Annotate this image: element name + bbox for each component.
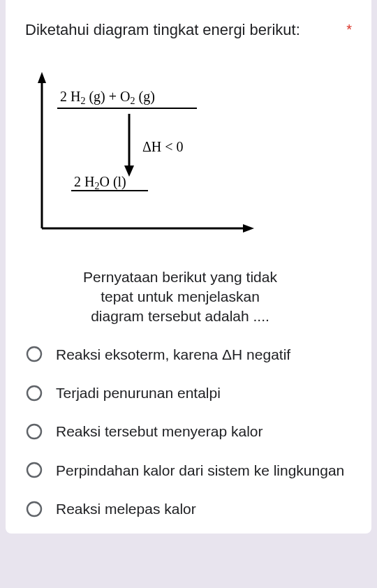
energy-diagram-svg: 2 H2 (g) + O2 (g) ΔH < 0 2 H2O (l) (28, 66, 265, 248)
svg-marker-3 (243, 224, 254, 233)
radio-icon (25, 422, 43, 441)
diagram-reactants-label: 2 H2 (g) + O2 (g) (60, 89, 155, 106)
subprompt-line3: diagram tersebut adalah .... (91, 308, 269, 324)
radio-icon (25, 500, 43, 518)
options-group: Reaksi eksoterm, karena ΔH negatif Terja… (25, 335, 352, 528)
svg-point-12 (27, 502, 41, 516)
option-4[interactable]: Reaksi melepas kalor (25, 490, 352, 528)
question-header: Diketahui diagram tingkat energi berikut… (25, 20, 352, 41)
option-label: Reaksi tersebut menyerap kalor (56, 422, 263, 441)
diagram-dh-label: ΔH < 0 (142, 139, 184, 154)
radio-icon (25, 384, 43, 402)
option-2[interactable]: Reaksi tersebut menyerap kalor (25, 412, 352, 450)
required-asterisk: * (346, 22, 352, 36)
diagram-products-label: 2 H2O (l) (74, 174, 126, 191)
subprompt-line1: Pernyataan berikut yang tidak (83, 269, 277, 285)
option-1[interactable]: Terjadi penurunan entalpi (25, 374, 352, 412)
svg-point-9 (27, 386, 41, 400)
option-label: Perpindahan kalor dari sistem ke lingkun… (56, 461, 344, 480)
option-3[interactable]: Perpindahan kalor dari sistem ke lingkun… (25, 451, 352, 490)
question-card: Diketahui diagram tingkat energi berikut… (6, 0, 371, 534)
svg-point-11 (27, 463, 41, 477)
svg-marker-1 (38, 72, 46, 83)
svg-point-8 (27, 347, 41, 361)
svg-point-10 (27, 425, 41, 439)
option-label: Terjadi penurunan entalpi (56, 383, 221, 402)
option-label: Reaksi eksoterm, karena ΔH negatif (56, 345, 290, 364)
option-label: Reaksi melepas kalor (56, 499, 196, 518)
radio-icon (25, 345, 43, 363)
question-subprompt: Pernyataan berikut yang tidak tepat untu… (25, 267, 335, 327)
subprompt-line2: tepat untuk menjelaskan (101, 288, 260, 304)
option-0[interactable]: Reaksi eksoterm, karena ΔH negatif (25, 335, 352, 374)
question-title: Diketahui diagram tingkat energi berikut… (25, 20, 338, 41)
radio-icon (25, 461, 43, 479)
energy-diagram: 2 H2 (g) + O2 (g) ΔH < 0 2 H2O (l) (28, 66, 352, 251)
